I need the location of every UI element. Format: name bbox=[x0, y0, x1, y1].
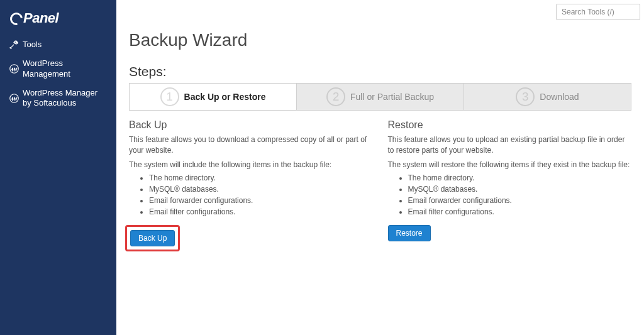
steps-label: Steps: bbox=[129, 64, 631, 79]
restore-title: Restore bbox=[388, 119, 632, 131]
sidebar-item-label: WordPress Manager by Softaculous bbox=[23, 88, 108, 109]
content: Backup Wizard Steps: 1 Back Up or Restor… bbox=[116, 24, 644, 264]
backup-description: This feature allows you to download a co… bbox=[129, 135, 373, 157]
brand-logo-text: Panel bbox=[10, 10, 58, 26]
sidebar-item-tools[interactable]: Tools bbox=[0, 35, 116, 54]
restore-description: This feature allows you to upload an exi… bbox=[388, 135, 632, 157]
backup-section: Back Up This feature allows you to downl… bbox=[129, 119, 373, 251]
sidebar-item-label: WordPress Management bbox=[23, 58, 108, 79]
step-number: 2 bbox=[326, 87, 345, 106]
step-backup-or-restore[interactable]: 1 Back Up or Restore bbox=[130, 84, 297, 110]
sidebar: Panel Tools WordPress Management WordPre… bbox=[0, 0, 116, 335]
step-number: 1 bbox=[160, 87, 179, 106]
columns: Back Up This feature allows you to downl… bbox=[129, 119, 631, 251]
search-input[interactable] bbox=[556, 4, 640, 20]
wordpress-icon bbox=[9, 64, 19, 74]
list-item: Email forwarder configurations. bbox=[408, 195, 632, 206]
brand-logo-icon bbox=[8, 10, 25, 28]
page-title: Backup Wizard bbox=[129, 30, 631, 50]
backup-button[interactable]: Back Up bbox=[130, 230, 175, 246]
backup-item-list: The home directory. MySQL® databases. Em… bbox=[129, 172, 373, 217]
restore-button[interactable]: Restore bbox=[388, 225, 431, 241]
step-download[interactable]: 3 Download bbox=[464, 84, 631, 110]
list-item: The home directory. bbox=[149, 172, 373, 184]
backup-title: Back Up bbox=[129, 119, 373, 131]
step-label: Download bbox=[540, 92, 579, 102]
sidebar-item-wordpress-manager-softaculous[interactable]: WordPress Manager by Softaculous bbox=[0, 84, 116, 113]
step-label: Full or Partial Backup bbox=[350, 92, 434, 102]
main: Backup Wizard Steps: 1 Back Up or Restor… bbox=[116, 0, 644, 335]
step-full-or-partial[interactable]: 2 Full or Partial Backup bbox=[297, 84, 464, 110]
list-item: Email filter configurations. bbox=[149, 206, 373, 217]
list-item: Email filter configurations. bbox=[408, 206, 632, 217]
restore-section: Restore This feature allows you to uploa… bbox=[388, 119, 632, 251]
step-label: Back Up or Restore bbox=[184, 92, 266, 102]
wrench-icon bbox=[9, 40, 19, 50]
list-item: MySQL® databases. bbox=[408, 184, 632, 195]
list-item: Email forwarder configurations. bbox=[149, 195, 373, 206]
list-item: The home directory. bbox=[408, 172, 632, 184]
sidebar-item-label: Tools bbox=[23, 40, 42, 50]
step-number: 3 bbox=[516, 87, 535, 106]
brand-logo: Panel bbox=[0, 5, 116, 35]
topbar bbox=[116, 0, 644, 24]
highlight-box: Back Up bbox=[125, 225, 180, 251]
sidebar-item-wordpress-management[interactable]: WordPress Management bbox=[0, 54, 116, 84]
stepper: 1 Back Up or Restore 2 Full or Partial B… bbox=[129, 83, 631, 111]
restore-subtext: The system will restore the following it… bbox=[388, 160, 632, 169]
list-item: MySQL® databases. bbox=[149, 184, 373, 195]
restore-item-list: The home directory. MySQL® databases. Em… bbox=[388, 172, 632, 217]
wordpress-icon bbox=[9, 93, 19, 103]
backup-subtext: The system will include the following it… bbox=[129, 160, 373, 169]
